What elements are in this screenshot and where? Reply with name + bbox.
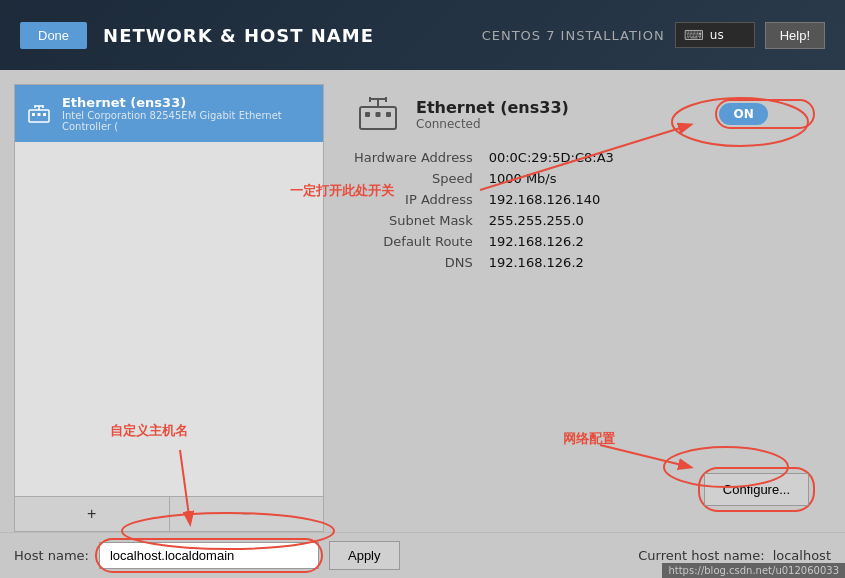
dns-value: 192.168.126.2 [489, 255, 815, 270]
header-left: Done NETWORK & HOST NAME [20, 22, 374, 49]
ip-value: 192.168.126.140 [489, 192, 815, 207]
detail-panel: Ethernet (ens33) Connected ON Hardware A… [338, 84, 831, 532]
toggle-switch[interactable]: ON [715, 99, 815, 129]
page-title: NETWORK & HOST NAME [103, 25, 374, 46]
toggle-on-label: ON [719, 103, 767, 125]
current-host-label: Current host name: [638, 548, 764, 563]
host-name-label: Host name: [14, 548, 89, 563]
speed-value: 1000 Mb/s [489, 171, 815, 186]
configure-area: Configure... [354, 457, 815, 522]
configure-button[interactable]: Configure... [704, 473, 809, 506]
subnet-label: Subnet Mask [354, 213, 473, 228]
ens-header: Ethernet (ens33) Connected ON [354, 94, 815, 134]
centos-title: CENTOS 7 INSTALLATION [482, 28, 665, 43]
speed-label: Speed [354, 171, 473, 186]
keyboard-icon: ⌨ [684, 27, 704, 43]
ens-name: Ethernet (ens33) [416, 98, 569, 117]
toggle-off-area [768, 103, 811, 125]
ens-info: Ethernet (ens33) Connected [354, 94, 569, 134]
svg-rect-3 [43, 113, 46, 116]
ens-status: Connected [416, 117, 569, 131]
svg-rect-2 [38, 113, 41, 116]
gateway-label: Default Route [354, 234, 473, 249]
url-bar: https://blog.csdn.net/u012060033 [662, 563, 845, 578]
help-button[interactable]: Help! [765, 22, 825, 49]
host-input-wrapper [99, 542, 319, 569]
ethernet-svg [27, 104, 51, 124]
add-network-button[interactable]: + [15, 497, 170, 531]
svg-rect-9 [365, 112, 370, 117]
apply-button[interactable]: Apply [329, 541, 400, 570]
network-item-text: Ethernet (ens33) Intel Corporation 82545… [62, 95, 311, 132]
gateway-value: 192.168.126.2 [489, 234, 815, 249]
hw-addr-value: 00:0C:29:5D:C8:A3 [489, 150, 815, 165]
svg-rect-8 [360, 107, 396, 129]
ip-label: IP Address [354, 192, 473, 207]
ens-icon-svg [356, 95, 400, 133]
network-list-item[interactable]: Ethernet (ens33) Intel Corporation 82545… [15, 85, 323, 142]
current-hostname-area: Current host name: localhost [638, 548, 831, 563]
network-item-name: Ethernet (ens33) [62, 95, 311, 110]
host-name-input[interactable] [99, 542, 319, 569]
ens-text: Ethernet (ens33) Connected [416, 98, 569, 131]
header: Done NETWORK & HOST NAME CENTOS 7 INSTAL… [0, 0, 845, 70]
dns-label: DNS [354, 255, 473, 270]
header-right: CENTOS 7 INSTALLATION ⌨ us Help! [482, 22, 825, 49]
list-buttons: + − [15, 496, 323, 531]
network-item-desc: Intel Corporation 82545EM Gigabit Ethern… [62, 110, 311, 132]
current-host-value: localhost [773, 548, 831, 563]
ens-icon [354, 94, 402, 134]
network-list: Ethernet (ens33) Intel Corporation 82545… [15, 85, 323, 496]
keyboard-input[interactable]: ⌨ us [675, 22, 755, 48]
hw-addr-label: Hardware Address [354, 150, 473, 165]
done-button[interactable]: Done [20, 22, 87, 49]
configure-button-wrapper: Configure... [698, 467, 815, 512]
main-content: Ethernet (ens33) Intel Corporation 82545… [0, 70, 845, 578]
remove-network-button[interactable]: − [170, 497, 324, 531]
network-list-panel: Ethernet (ens33) Intel Corporation 82545… [14, 84, 324, 532]
ethernet-icon [27, 103, 52, 125]
subnet-value: 255.255.255.0 [489, 213, 815, 228]
details-table: Hardware Address 00:0C:29:5D:C8:A3 Speed… [354, 150, 815, 270]
svg-rect-1 [32, 113, 35, 116]
content-area: Ethernet (ens33) Intel Corporation 82545… [0, 70, 845, 532]
keyboard-lang: us [710, 28, 724, 42]
svg-rect-10 [376, 112, 381, 117]
svg-rect-11 [386, 112, 391, 117]
